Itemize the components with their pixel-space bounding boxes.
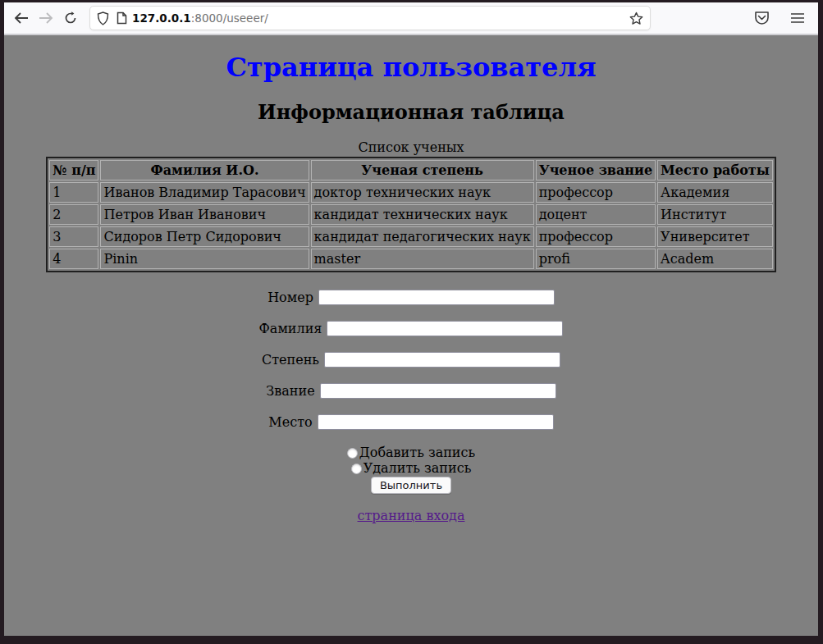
form-row-number: Номер (4, 289, 818, 306)
header-cell-degree: Ученая степень (311, 160, 534, 180)
form-row-degree: Степень (4, 351, 818, 368)
execute-button[interactable]: Выполнить (371, 477, 451, 494)
cell-degree: master (311, 249, 534, 269)
cell-workplace: Университет (657, 226, 773, 247)
cell-name: Петров Иван Иванович (100, 204, 309, 225)
bookmark-star-icon[interactable] (629, 11, 643, 25)
forward-button[interactable] (34, 6, 58, 30)
surname-label: Фамилия (259, 321, 322, 336)
rank-label: Звание (266, 383, 314, 399)
rank-input[interactable] (320, 383, 556, 399)
table-row: 3 Сидоров Петр Сидорович кандидат педаго… (49, 226, 773, 247)
login-page-link[interactable]: страница входа (358, 508, 465, 523)
surname-input[interactable] (327, 321, 563, 336)
header-cell-name: Фамилия И.О. (100, 160, 309, 180)
back-button[interactable] (9, 6, 34, 30)
delete-record-label: Удалить запись (363, 460, 472, 476)
cell-number: 1 (49, 182, 98, 203)
browser-window: 127.0.0.1:8000/useeer/ Страница пользова… (4, 2, 818, 636)
cell-rank: profi (536, 249, 656, 269)
pocket-button[interactable] (749, 6, 774, 30)
radio-row-delete: Удалить запись (4, 460, 818, 476)
scientists-table: № п/п Фамилия И.О. Ученая степень Ученое… (46, 157, 776, 272)
cell-name: Сидоров Петр Сидорович (100, 226, 309, 247)
cell-degree: кандидат технических наук (311, 204, 534, 225)
menu-button[interactable] (785, 6, 810, 30)
page-title: Страница пользователя (4, 53, 818, 83)
shield-icon[interactable] (97, 11, 109, 25)
pocket-icon (754, 11, 770, 25)
page-subtitle: Информационная таблица (4, 101, 818, 125)
web-page: Страница пользователя Информационная таб… (4, 35, 818, 634)
add-record-radio[interactable] (347, 448, 358, 459)
browser-toolbar: 127.0.0.1:8000/useeer/ (4, 2, 818, 35)
cell-name: Иванов Владимир Тарасович (100, 182, 309, 203)
cell-workplace: Академия (657, 182, 773, 203)
table-row: 4 Pinin master profi Academ (49, 249, 773, 269)
header-cell-number: № п/п (49, 160, 98, 180)
cell-degree: кандидат педагогических наук (311, 226, 534, 247)
reload-button[interactable] (58, 6, 83, 30)
header-cell-rank: Ученое звание (536, 160, 656, 180)
cell-number: 2 (49, 204, 98, 225)
table-caption: Список ученых (4, 139, 818, 155)
number-input[interactable] (318, 290, 555, 305)
reload-icon (64, 11, 77, 25)
login-link-row: страница входа (4, 508, 818, 523)
header-cell-workplace: Место работы (657, 160, 773, 180)
number-label: Номер (267, 290, 313, 305)
record-form: Номер Фамилия Степень Звание Место Добав… (4, 289, 818, 494)
back-arrow-icon (14, 12, 29, 24)
form-row-workplace: Место (4, 413, 818, 431)
url-text[interactable]: 127.0.0.1:8000/useeer/ (132, 11, 629, 25)
table-row: 2 Петров Иван Иванович кандидат техничес… (49, 204, 773, 225)
forward-arrow-icon (39, 12, 53, 24)
cell-rank: профессор (536, 182, 656, 203)
cell-rank: профессор (536, 226, 656, 247)
form-row-surname: Фамилия (4, 320, 818, 337)
url-bar[interactable]: 127.0.0.1:8000/useeer/ (89, 6, 651, 30)
table-header-row: № п/п Фамилия И.О. Ученая степень Ученое… (49, 160, 773, 180)
workplace-label: Место (268, 414, 312, 430)
cell-degree: доктор технических наук (311, 182, 534, 203)
add-record-label: Добавить запись (359, 445, 475, 460)
page-icon[interactable] (117, 11, 127, 25)
table-row: 1 Иванов Владимир Тарасович доктор техни… (49, 182, 773, 203)
cell-workplace: Academ (657, 249, 773, 269)
url-path: :8000/useeer/ (191, 11, 268, 25)
workplace-input[interactable] (318, 414, 554, 430)
hamburger-menu-icon (790, 12, 805, 24)
cell-number: 4 (49, 249, 98, 269)
desktop: { "browser": { "url_host": "127.0.0.1", … (0, 0, 823, 644)
delete-record-radio[interactable] (351, 464, 362, 474)
cell-name: Pinin (100, 249, 309, 269)
form-row-rank: Звание (4, 382, 818, 400)
button-row: Выполнить (4, 477, 818, 494)
radio-row-add: Добавить запись (4, 445, 818, 460)
cell-rank: доцент (536, 204, 656, 225)
toolbar-right-icons (749, 6, 810, 30)
cell-number: 3 (49, 226, 98, 247)
degree-input[interactable] (324, 352, 560, 368)
degree-label: Степень (262, 352, 319, 368)
cell-workplace: Институт (657, 204, 773, 225)
url-host: 127.0.0.1 (132, 11, 191, 25)
